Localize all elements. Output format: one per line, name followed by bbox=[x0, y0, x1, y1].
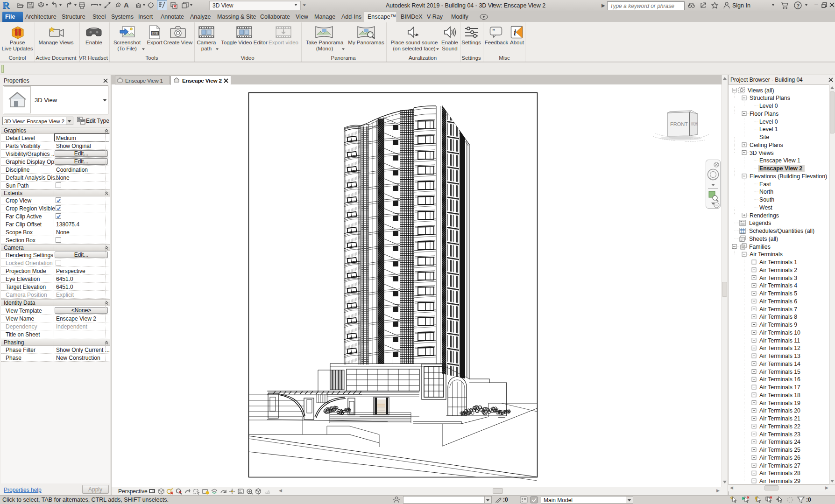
svg-text:Air Terminals 29: Air Terminals 29 bbox=[759, 478, 800, 484]
svg-text:Air Terminals 18: Air Terminals 18 bbox=[759, 392, 800, 399]
svg-text:Air Terminals 24: Air Terminals 24 bbox=[759, 439, 800, 445]
svg-text:East: East bbox=[759, 181, 771, 188]
svg-text:EXE: EXE bbox=[152, 32, 158, 35]
svg-text:Air Terminals 13: Air Terminals 13 bbox=[759, 353, 800, 359]
svg-text:FRONT: FRONT bbox=[670, 121, 688, 127]
svg-text:Sheets (all): Sheets (all) bbox=[749, 236, 778, 242]
svg-text:?: ? bbox=[797, 3, 800, 8]
svg-text:Air Terminals 7: Air Terminals 7 bbox=[759, 306, 797, 313]
svg-text:Level 0: Level 0 bbox=[759, 119, 778, 125]
svg-text:Air Terminals 26: Air Terminals 26 bbox=[759, 455, 800, 461]
svg-text:3D Views: 3D Views bbox=[750, 150, 774, 156]
svg-text:Air Terminals 19: Air Terminals 19 bbox=[759, 400, 800, 406]
svg-text:”: ” bbox=[492, 28, 495, 35]
svg-text:Air Terminals 9: Air Terminals 9 bbox=[759, 322, 797, 328]
svg-text:North: North bbox=[759, 189, 773, 195]
svg-text:Air Terminals 25: Air Terminals 25 bbox=[759, 447, 800, 453]
svg-text:Families: Families bbox=[749, 244, 771, 250]
svg-text:Air Terminals 12: Air Terminals 12 bbox=[759, 345, 800, 351]
svg-text:Level 0: Level 0 bbox=[759, 103, 778, 109]
svg-text:Legends: Legends bbox=[749, 220, 771, 226]
svg-text:Air Terminals 4: Air Terminals 4 bbox=[759, 282, 797, 289]
svg-text:Site: Site bbox=[759, 134, 769, 140]
svg-text:Air Terminals 28: Air Terminals 28 bbox=[759, 470, 800, 476]
svg-text:West: West bbox=[759, 204, 772, 211]
svg-text:Air Terminals 3: Air Terminals 3 bbox=[759, 275, 797, 281]
svg-text:RIGHT: RIGHT bbox=[691, 121, 698, 127]
svg-text:Air Terminals 1: Air Terminals 1 bbox=[759, 259, 797, 266]
svg-text:Structural Plans: Structural Plans bbox=[750, 95, 790, 101]
svg-text:Air Terminals 8: Air Terminals 8 bbox=[759, 314, 797, 320]
svg-text:Floor Plans: Floor Plans bbox=[750, 111, 778, 117]
svg-text:Air Terminals 23: Air Terminals 23 bbox=[759, 431, 800, 438]
svg-text:Air Terminals 21: Air Terminals 21 bbox=[759, 415, 800, 422]
svg-text:Views (all): Views (all) bbox=[748, 87, 774, 94]
svg-text:Air Terminals 27: Air Terminals 27 bbox=[759, 462, 800, 469]
svg-text:Air Terminals 22: Air Terminals 22 bbox=[759, 423, 800, 430]
svg-text:Air Terminals 10: Air Terminals 10 bbox=[759, 329, 800, 336]
svg-text:Air Terminals 14: Air Terminals 14 bbox=[759, 361, 800, 367]
svg-text:i: i bbox=[514, 28, 516, 37]
svg-text:Air Terminals 6: Air Terminals 6 bbox=[759, 298, 797, 305]
svg-text:Air Terminals 20: Air Terminals 20 bbox=[759, 407, 800, 414]
svg-text:Renderings: Renderings bbox=[750, 212, 779, 219]
svg-text:Elevations (Building Elevation: Elevations (Building Elevation) bbox=[750, 173, 827, 180]
svg-text:Air Terminals 5: Air Terminals 5 bbox=[759, 290, 797, 297]
svg-text:South: South bbox=[759, 196, 774, 203]
svg-text:R: R bbox=[2, 0, 10, 11]
svg-text:Air Terminals 16: Air Terminals 16 bbox=[759, 376, 800, 383]
svg-text:1: 1 bbox=[118, 3, 120, 6]
svg-text:Air Terminals 15: Air Terminals 15 bbox=[759, 369, 800, 375]
svg-text:Air Terminals 17: Air Terminals 17 bbox=[759, 384, 800, 391]
svg-text:Air Terminals 11: Air Terminals 11 bbox=[759, 337, 800, 344]
svg-text:Enscape View 2: Enscape View 2 bbox=[759, 165, 802, 172]
svg-text:Air Terminals 2: Air Terminals 2 bbox=[759, 267, 797, 273]
svg-text:Air Terminals: Air Terminals bbox=[750, 251, 783, 258]
svg-text:Ceiling Plans: Ceiling Plans bbox=[750, 142, 783, 148]
svg-text:Schedules/Quantities (all): Schedules/Quantities (all) bbox=[749, 228, 814, 234]
svg-text:Enscape View 1: Enscape View 1 bbox=[759, 157, 800, 164]
svg-text:Level 1: Level 1 bbox=[759, 126, 778, 133]
